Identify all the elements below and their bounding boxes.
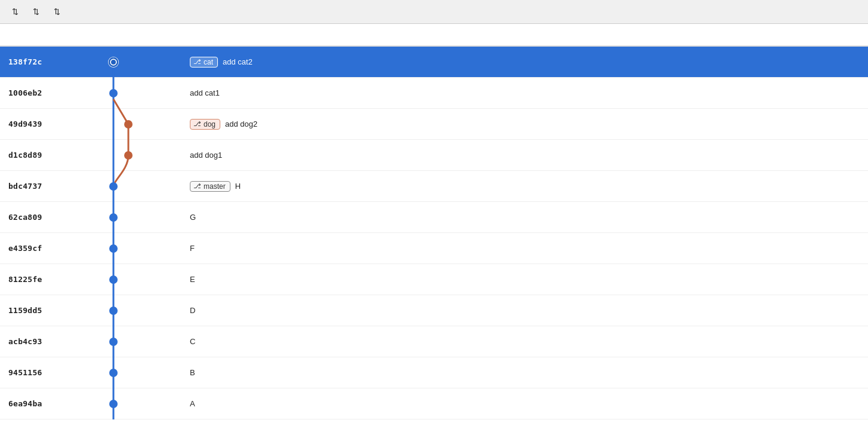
table-row[interactable]: 1006eb2add cat1 bbox=[0, 78, 868, 109]
commit-hash: 9451156 bbox=[0, 368, 90, 377]
branch-tag: ⎇ dog bbox=[190, 119, 220, 130]
table-row[interactable]: acb4c93C bbox=[0, 326, 868, 357]
commit-description: add cat2 bbox=[223, 57, 253, 66]
branch-tag: ⎇ master bbox=[190, 181, 230, 192]
table-row[interactable]: 1159dd5D bbox=[0, 295, 868, 326]
commit-description: A bbox=[190, 399, 195, 408]
description-cell: F bbox=[185, 244, 868, 253]
graph-cell bbox=[90, 171, 185, 202]
commit-hash: acb4c93 bbox=[0, 337, 90, 346]
commit-hash: 1006eb2 bbox=[0, 88, 90, 97]
commit-description: C bbox=[190, 337, 195, 346]
commit-description: E bbox=[190, 275, 195, 284]
all-branches-select[interactable]: ⇅ bbox=[6, 5, 22, 18]
ancestor-order-select[interactable]: ⇅ bbox=[48, 5, 64, 18]
table-row[interactable]: 6ea94baA bbox=[0, 388, 868, 419]
table-row[interactable]: 81225feE bbox=[0, 264, 868, 295]
commit-hash: e4359cf bbox=[0, 244, 90, 253]
show-remote-chevron: ⇅ bbox=[33, 7, 39, 16]
graph-cell bbox=[90, 264, 185, 295]
toolbar: ⇅ ⇅ ⇅ bbox=[0, 0, 868, 24]
commit-hash: 6ea94ba bbox=[0, 399, 90, 408]
table-row[interactable]: e4359cfF bbox=[0, 233, 868, 264]
graph-cell bbox=[90, 326, 185, 357]
commit-hash: 62ca809 bbox=[0, 213, 90, 222]
commit-description: D bbox=[190, 306, 195, 315]
description-cell: G bbox=[185, 213, 868, 222]
commit-hash: bdc4737 bbox=[0, 182, 90, 191]
description-cell: add dog1 bbox=[185, 151, 868, 160]
graph-cell bbox=[90, 78, 185, 109]
graph-cell bbox=[90, 357, 185, 388]
column-headers bbox=[0, 24, 868, 47]
commit-hash: 49d9439 bbox=[0, 120, 90, 128]
description-cell: ⎇ masterH bbox=[185, 181, 868, 192]
commit-description: F bbox=[190, 244, 195, 253]
branch-icon: ⎇ bbox=[193, 182, 201, 190]
description-cell: add cat1 bbox=[185, 88, 868, 97]
graph-cell bbox=[90, 388, 185, 419]
ancestor-order-chevron: ⇅ bbox=[54, 7, 60, 16]
commit-hash: d1c8d89 bbox=[0, 151, 90, 160]
description-cell: A bbox=[185, 399, 868, 408]
table-row[interactable]: bdc4737⎇ masterH bbox=[0, 171, 868, 202]
commit-description: H bbox=[235, 182, 241, 191]
table-row[interactable]: 62ca809G bbox=[0, 202, 868, 233]
commit-hash: 81225fe bbox=[0, 275, 90, 284]
table-row[interactable]: 49d9439⎇ dogadd dog2 bbox=[0, 109, 868, 140]
table-row[interactable]: 9451156B bbox=[0, 357, 868, 388]
description-cell: D bbox=[185, 306, 868, 315]
table-row[interactable]: d1c8d89add dog1 bbox=[0, 140, 868, 171]
show-remote-select[interactable]: ⇅ bbox=[27, 5, 43, 18]
commit-description: add dog1 bbox=[190, 151, 222, 160]
branch-tag: ⎇ cat bbox=[190, 57, 218, 68]
description-cell: ⎇ dogadd dog2 bbox=[185, 119, 868, 130]
commit-description: G bbox=[190, 213, 196, 222]
commit-description: B bbox=[190, 368, 195, 377]
graph-cell bbox=[90, 140, 185, 171]
graph-cell bbox=[90, 295, 185, 326]
table-row[interactable]: 138f72c⎇ catadd cat2 bbox=[0, 47, 868, 78]
graph-cell bbox=[90, 109, 185, 140]
commit-description: add dog2 bbox=[225, 120, 257, 128]
commit-hash: 1159dd5 bbox=[0, 306, 90, 315]
description-cell: B bbox=[185, 368, 868, 377]
all-branches-chevron: ⇅ bbox=[12, 7, 19, 16]
description-cell: C bbox=[185, 337, 868, 346]
description-cell: ⎇ catadd cat2 bbox=[185, 57, 868, 68]
graph-cell bbox=[90, 202, 185, 233]
branch-icon: ⎇ bbox=[193, 120, 201, 128]
commit-description: add cat1 bbox=[190, 88, 220, 97]
commit-hash: 138f72c bbox=[0, 57, 90, 66]
branch-icon: ⎇ bbox=[193, 58, 201, 66]
graph-cell bbox=[90, 233, 185, 264]
graph-cell bbox=[90, 47, 185, 78]
commit-list: 138f72c⎇ catadd cat21006eb2add cat149d94… bbox=[0, 47, 868, 419]
description-cell: E bbox=[185, 275, 868, 284]
